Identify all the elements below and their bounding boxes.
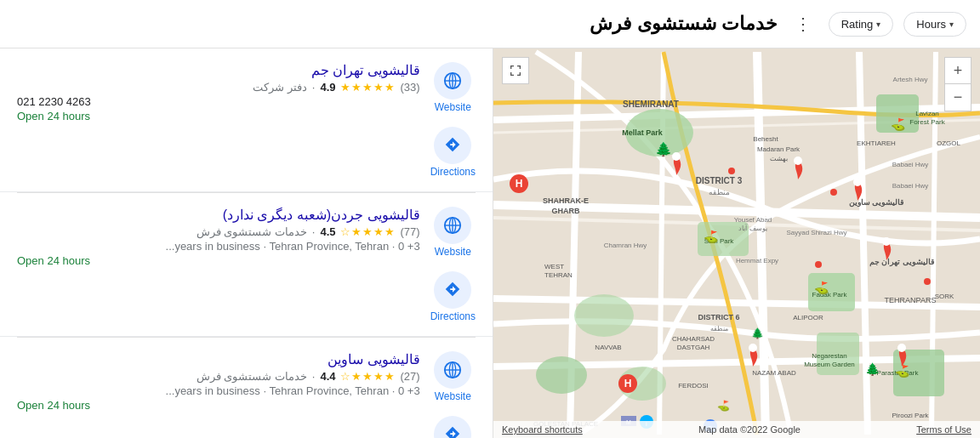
category-sep-1: · [312, 81, 316, 94]
svg-text:⛳: ⛳ [704, 230, 719, 244]
directions-icon-2 [443, 281, 462, 299]
svg-text:بهشت: بهشت [770, 155, 788, 162]
website-button-2[interactable] [434, 207, 471, 244]
svg-point-30 [574, 294, 634, 337]
left-panel: قالیشویی تهران جم (33) ★ ★ ★ ★ ★ 4.9 · د… [0, 48, 493, 438]
website-label-3: Website [435, 390, 471, 402]
svg-text:Hemmat Expy: Hemmat Expy [736, 257, 778, 265]
svg-text:⛳: ⛳ [891, 117, 906, 132]
keyboard-shortcuts-link[interactable]: Keyboard shortcuts [502, 424, 583, 435]
svg-text:OZGOL: OZGOL [937, 139, 961, 147]
svg-text:🌲: 🌲 [655, 141, 672, 157]
svg-text:ALIPOOR: ALIPOOR [793, 314, 823, 321]
category-1: دفتر شرکت [253, 81, 307, 94]
svg-text:DISTRICT 6: DISTRICT 6 [698, 313, 739, 321]
star-2-5: ☆ [340, 225, 350, 238]
svg-point-92 [897, 344, 906, 352]
website-button-1[interactable] [434, 62, 471, 100]
svg-text:⛳: ⛳ [717, 399, 730, 412]
map-container[interactable]: Mellat Park Saei Park Fadak Park Parasta… [493, 48, 980, 438]
fullscreen-icon [509, 64, 522, 77]
business-info-1: قالیشویی تهران جم (33) ★ ★ ★ ★ ★ 4.9 · د… [17, 62, 420, 124]
svg-text:DISTRICT 3: DISTRICT 3 [696, 176, 743, 185]
svg-text:منطقه: منطقه [709, 188, 730, 196]
stars-3: ★ ★ ★ ★ ☆ [340, 370, 395, 383]
svg-text:Museum Garden: Museum Garden [804, 361, 855, 368]
svg-text:FERDOSI: FERDOSI [678, 382, 709, 390]
business-name-3[interactable]: قالیشویی ساوین [17, 351, 420, 367]
rating-row-2: (77) ★ ★ ★ ★ ☆ 4.5 · خدمات شستشوی فرش [17, 225, 420, 238]
hours-3: Open 24 hours [17, 399, 420, 412]
svg-text:EKHTIAREH: EKHTIAREH [857, 139, 896, 147]
rating-row-1: (33) ★ ★ ★ ★ ★ 4.9 · دفتر شرکت [17, 81, 420, 94]
rating-row-3: (27) ★ ★ ★ ★ ☆ 4.4 · خدمات شستشوی فرش [17, 370, 420, 383]
list-item: قالیشویی جردن(شعبه دیگری ندارد) (77) ★ ★… [0, 193, 493, 337]
svg-point-96 [924, 278, 931, 285]
svg-text:DASTGAH: DASTGAH [677, 344, 710, 351]
star-2-1: ★ [385, 225, 395, 238]
zoom-in-button[interactable]: + [944, 57, 971, 84]
category-2: خدمات شستشوی فرش [197, 225, 307, 238]
svg-text:Artesh Hwy: Artesh Hwy [893, 76, 928, 83]
business-name-2[interactable]: قالیشویی جردن(شعبه دیگری ندارد) [17, 207, 420, 223]
fullscreen-button[interactable] [502, 57, 529, 84]
rating-number-2: 4.5 [320, 225, 335, 238]
map-svg: Mellat Park Saei Park Fadak Park Parasta… [493, 48, 980, 438]
svg-text:Forest Park: Forest Park [909, 118, 945, 126]
directions-button-2[interactable] [434, 271, 471, 309]
svg-text:TEHRAN: TEHRAN [544, 271, 573, 279]
zoom-out-button[interactable]: − [944, 84, 971, 111]
svg-text:Lavizan: Lavizan [915, 110, 939, 117]
directions-button-3[interactable] [434, 416, 471, 438]
svg-text:CHAHARSAD: CHAHARSAD [672, 335, 715, 343]
hours-1: Open 24 hours [17, 110, 420, 122]
more-options-button[interactable]: ⋮ [788, 10, 818, 37]
stars-1: ★ ★ ★ ★ ★ [340, 81, 395, 94]
hours-filter-button[interactable]: Hours ▾ [903, 12, 966, 37]
terms-of-use-link[interactable]: Terms of Use [916, 424, 971, 435]
business-name-1[interactable]: قالیشویی تهران جم [17, 62, 420, 78]
star-2-4: ★ [351, 225, 362, 238]
svg-text:Behesht: Behesht [753, 135, 778, 143]
phone-1: 021 2230 4263 [17, 95, 420, 108]
page-title: خدمات شستشوی فرش [14, 13, 778, 35]
svg-text:WEST: WEST [544, 263, 564, 270]
svg-text:قالیشویی ساوین: قالیشویی ساوین [849, 198, 905, 208]
business-info-2: قالیشویی جردن(شعبه دیگری ندارد) (77) ★ ★… [17, 207, 420, 269]
svg-text:Negarestan: Negarestan [812, 352, 846, 360]
business-info-3: قالیشویی ساوین (27) ★ ★ ★ ★ ☆ 4.4 · خدما… [17, 351, 420, 413]
directions-label-1: Directions [430, 166, 476, 178]
globe-icon-1 [443, 71, 462, 90]
svg-text:NAVVAB: NAVVAB [595, 344, 621, 351]
svg-text:SORK: SORK [935, 293, 954, 300]
star-1-4: ★ [351, 81, 362, 94]
rating-chevron-icon: ▾ [876, 20, 880, 29]
rating-filter-button[interactable]: Rating ▾ [829, 12, 894, 37]
directions-button-1[interactable] [434, 127, 471, 164]
svg-text:Babaei Hwy: Babaei Hwy [892, 182, 929, 190]
website-button-3[interactable] [434, 351, 471, 389]
category-sep-2: · [312, 225, 316, 238]
svg-point-88 [794, 156, 802, 165]
hours-chevron-icon: ▾ [949, 20, 954, 29]
svg-text:H: H [624, 378, 632, 390]
star-3-4: ★ [351, 370, 362, 383]
directions-btn-group-2: Directions [430, 271, 476, 322]
map-footer: Keyboard shortcuts Map data ©2022 Google… [493, 421, 980, 438]
svg-text:قالیشویی تهران جم: قالیشویی تهران جم [869, 258, 935, 267]
map-controls: + − [944, 57, 971, 111]
svg-text:Madaran Park: Madaran Park [757, 145, 801, 153]
website-label-2: Website [435, 246, 471, 258]
action-buttons-2: Website Directions [430, 207, 476, 322]
star-1-1: ★ [385, 81, 395, 94]
svg-text:SHAHRAK-E: SHAHRAK-E [543, 196, 589, 205]
review-count-3: (27) [400, 370, 419, 383]
category-sep-3: · [312, 370, 316, 383]
rating-number-3: 4.4 [320, 370, 335, 383]
svg-text:Babaei Hwy: Babaei Hwy [892, 161, 929, 168]
star-1-2: ★ [373, 81, 384, 94]
svg-point-31 [536, 356, 587, 394]
list-item: قالیشویی تهران جم (33) ★ ★ ★ ★ ★ 4.9 · د… [0, 48, 493, 192]
directions-btn-group-1: Directions [430, 127, 476, 178]
svg-point-87 [672, 152, 681, 161]
